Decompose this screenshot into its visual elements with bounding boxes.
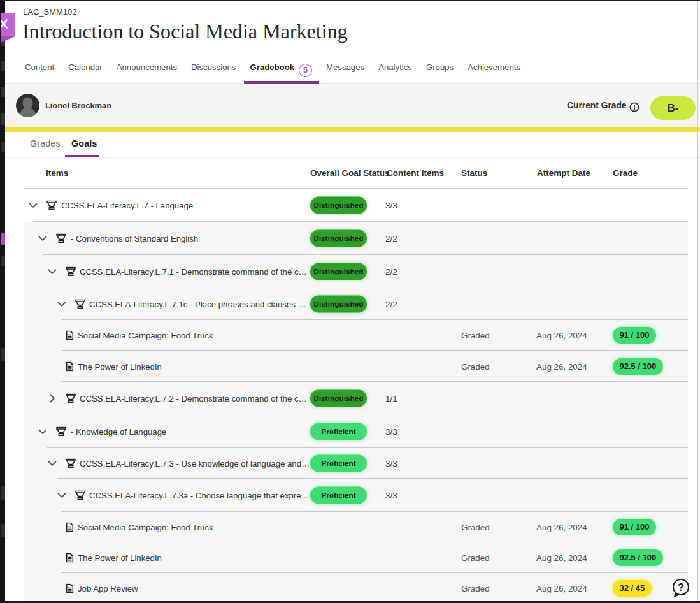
svg-text:?: ?	[678, 581, 684, 593]
